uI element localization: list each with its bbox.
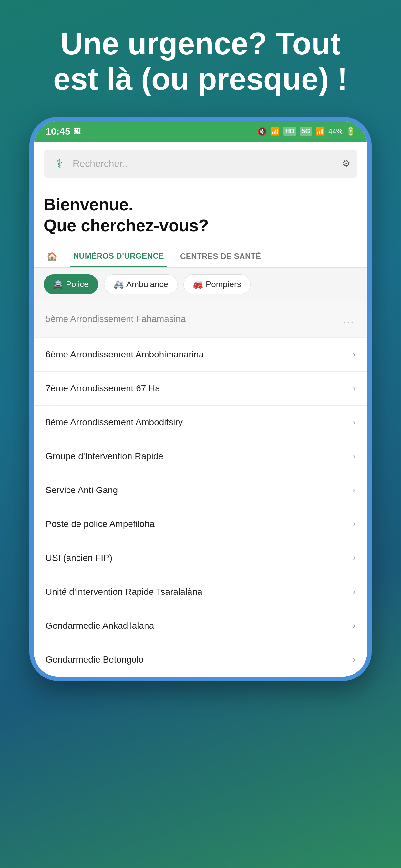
list-item-text: Groupe d'Intervention Rapide	[45, 451, 163, 461]
chevron-right-icon: ›	[352, 383, 356, 393]
list-item[interactable]: USI (ancien FIP) ›	[34, 541, 367, 575]
list-item-text: 7ème Arrondissement 67 Ha	[45, 383, 160, 394]
tabs-bar: 🏠 NUMÉROS D'URGENCE CENTRES DE SANTÉ	[34, 239, 367, 268]
list-item[interactable]: 8ème Arrondissement Amboditsiry ›	[34, 406, 367, 439]
list-item[interactable]: 7ème Arrondissement 67 Ha ›	[34, 372, 367, 406]
police-emoji: 🚔	[53, 279, 63, 289]
status-bar: 10:45 🖼 🔇 📶 HD 5G 📶 44% 🔋	[34, 121, 367, 142]
headline: Une urgence? Tout est là (ou presque) !	[27, 0, 374, 117]
list-item-text: USI (ancien FIP)	[45, 553, 112, 563]
photo-icon: 🖼	[73, 127, 81, 135]
chevron-right-icon: ›	[352, 621, 356, 631]
list-item-text: 6ème Arrondissement Ambohimanarina	[45, 349, 204, 360]
caduceus-icon: ⚕	[56, 157, 62, 170]
welcome-line1: Bienvenue.	[43, 195, 133, 214]
welcome-line2: Que cherchez-vous?	[43, 216, 209, 235]
headline-line2: est là (ou presque) !	[53, 62, 348, 96]
chevron-right-icon: ›	[352, 587, 356, 597]
battery-icon: 🔋	[346, 127, 356, 136]
pompiers-emoji: 🚒	[193, 279, 203, 289]
ambulance-emoji: 🚑	[113, 279, 124, 289]
list-item[interactable]: Unité d'intervention Rapide Tsaralalàna …	[34, 575, 367, 609]
5g-badge: 5G	[300, 127, 312, 135]
app-content: ⚕ Rechercher.. ⚙ Bienvenue. Que cherchez…	[34, 142, 367, 677]
search-area: ⚕ Rechercher.. ⚙	[34, 142, 367, 184]
list-item[interactable]: Gendarmedie Betongolo ›	[34, 643, 367, 677]
chevron-right-icon: ›	[352, 451, 356, 461]
list-item-service-anti-gang[interactable]: Service Anti Gang ›	[34, 473, 367, 507]
search-bar[interactable]: ⚕ Rechercher.. ⚙	[43, 150, 358, 178]
ambulance-label: Ambulance	[126, 279, 168, 289]
tab-sante[interactable]: CENTRES DE SANTÉ	[177, 246, 265, 267]
chip-police[interactable]: 🚔 Police	[43, 275, 98, 294]
list-item-text: Service Anti Gang	[45, 485, 118, 495]
list-item-text: Poste de police Ampefiloha	[45, 519, 155, 529]
app-logo: ⚕	[51, 155, 67, 172]
phone-inner: 10:45 🖼 🔇 📶 HD 5G 📶 44% 🔋 ⚕	[34, 121, 367, 677]
list-item-text: Unité d'intervention Rapide Tsaralalàna	[45, 587, 203, 597]
welcome-section: Bienvenue. Que cherchez-vous?	[34, 184, 367, 239]
chip-ambulance[interactable]: 🚑 Ambulance	[104, 275, 178, 294]
list-item[interactable]: Groupe d'Intervention Rapide ›	[34, 439, 367, 473]
pompiers-label: Pompiers	[206, 279, 241, 289]
list-item[interactable]: 6ème Arrondissement Ambohimanarina ›	[34, 338, 367, 372]
wifi-icon: 📶	[270, 127, 280, 136]
tab-home-icon[interactable]: 🏠	[43, 246, 60, 267]
list-item[interactable]: Gendarmedie Ankadilalana ›	[34, 609, 367, 643]
filter-chips: 🚔 Police 🚑 Ambulance 🚒 Pompiers	[34, 268, 367, 301]
chevron-right-icon: ›	[352, 417, 356, 427]
chevron-right-icon: ›	[352, 519, 356, 529]
chevron-right-icon: ›	[352, 655, 356, 664]
headline-line1: Une urgence? Tout	[60, 26, 341, 61]
list-item-text: 8ème Arrondissement Amboditsiry	[45, 417, 183, 428]
status-time: 10:45	[45, 126, 70, 137]
list-item-text: Gendarmedie Betongolo	[45, 655, 144, 665]
police-label: Police	[66, 279, 89, 289]
chevron-right-icon: ›	[352, 485, 356, 495]
status-icons: 🔇 📶 HD 5G 📶 44% 🔋	[257, 127, 356, 136]
list-item-text: 5ème Arrondissement Fahamasina	[45, 314, 186, 324]
more-icon: …	[343, 312, 356, 326]
phone-wrapper: 10:45 🖼 🔇 📶 HD 5G 📶 44% 🔋 ⚕	[29, 117, 372, 681]
tab-urgence[interactable]: NUMÉROS D'URGENCE	[70, 246, 167, 268]
list-container: 5ème Arrondissement Fahamasina … 6ème Ar…	[34, 301, 367, 677]
chevron-right-icon: ›	[352, 349, 356, 360]
chip-pompiers[interactable]: 🚒 Pompiers	[183, 275, 251, 294]
search-placeholder[interactable]: Rechercher..	[73, 158, 337, 169]
welcome-title: Bienvenue. Que cherchez-vous?	[43, 194, 358, 236]
battery-level: 44%	[328, 127, 343, 135]
signal-icon: 📶	[315, 127, 325, 136]
chevron-right-icon: ›	[352, 553, 356, 563]
list-item[interactable]: 5ème Arrondissement Fahamasina …	[34, 301, 367, 338]
filter-sliders-icon[interactable]: ⚙	[342, 158, 350, 169]
list-item[interactable]: Poste de police Ampefiloha ›	[34, 507, 367, 541]
list-item-text: Gendarmedie Ankadilalana	[45, 621, 154, 631]
hd-badge: HD	[283, 127, 297, 135]
mute-icon: 🔇	[257, 127, 267, 136]
